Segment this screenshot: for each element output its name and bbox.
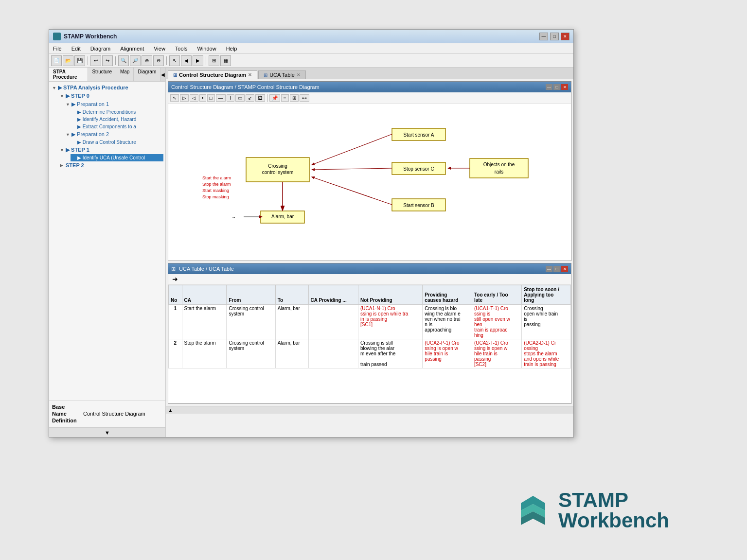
toolbar-save[interactable]: 💾 xyxy=(74,55,85,66)
diag-forward-btn[interactable]: ▷ xyxy=(180,94,189,102)
tab-uca-table[interactable]: ⊞ UCA Table ✕ xyxy=(258,70,306,79)
tree-node-root[interactable]: ▼ ▶ STPA Analysis Procedure xyxy=(51,84,163,92)
close-button[interactable]: ✕ xyxy=(561,33,569,40)
diag-align-btn[interactable]: ≡ xyxy=(281,94,289,102)
menu-window[interactable]: Window xyxy=(196,45,218,52)
tree-node-step0[interactable]: ▼ ▶ STEP 0 xyxy=(59,92,163,100)
tree-node-extract-label: ▶ Extract Components to a xyxy=(77,124,136,129)
toolbar-back[interactable]: ◀ xyxy=(181,55,192,66)
tree-node-identify-accident[interactable]: ▶ Identify Accident, Hazard xyxy=(71,116,163,123)
scroll-bar-bottom[interactable]: ▲ xyxy=(166,406,573,414)
table-row-1: 1 Start the alarm Crossing controlsystem… xyxy=(169,305,571,339)
tree-node-prep2[interactable]: ▼ ▶ Preparation 2 xyxy=(65,130,163,139)
cs-close-btn[interactable]: ✕ xyxy=(561,84,568,90)
diag-shape-btn[interactable]: ▭ xyxy=(235,94,245,102)
diag-line-btn[interactable]: — xyxy=(216,94,226,102)
tree-node-uca-label: ▶ Identify UCA (Unsafe Control xyxy=(77,155,145,160)
logo-svg xyxy=(514,493,552,527)
toolbar-grid[interactable]: ▦ xyxy=(220,55,231,66)
toolbar-search1[interactable]: 🔍 xyxy=(118,55,129,66)
menu-view[interactable]: View xyxy=(152,45,167,52)
diag-back-btn[interactable]: ◁ xyxy=(190,94,198,102)
tab-uca-close[interactable]: ✕ xyxy=(297,72,301,77)
cs-minimize-btn[interactable]: — xyxy=(546,84,552,90)
toolbar-table[interactable]: ⊞ xyxy=(209,55,219,66)
tree-node-preconditions[interactable]: ▶ Determine Preconditions xyxy=(71,108,163,116)
tree-node-step1-label: ▶ STEP 1 xyxy=(66,147,89,153)
diag-rect-btn[interactable]: □ xyxy=(207,94,215,102)
row2-from: Crossing controlsystem xyxy=(227,339,275,368)
row1-ca: Start the alarm xyxy=(182,305,227,339)
th-from: From xyxy=(227,285,275,305)
control-structure-window: Control Structure Diagram / STAMP Contro… xyxy=(168,81,571,261)
minimize-button[interactable]: — xyxy=(539,33,548,40)
tree-node-step0-label: ▶ STEP 0 xyxy=(66,93,89,99)
th-providing-causes: Providingcauses hazard xyxy=(423,285,472,305)
menu-tools[interactable]: Tools xyxy=(173,45,190,52)
diagram-container: Control Structure Diagram / STAMP Contro… xyxy=(166,79,573,437)
toolbar-undo[interactable]: ↩ xyxy=(90,55,101,66)
diag-snap-btn[interactable]: ⊷ xyxy=(300,94,309,102)
crossing-label1: Crossing xyxy=(268,163,287,169)
tree-node-prep1[interactable]: ▼ ▶ Preparation 1 xyxy=(65,100,163,108)
diag-grid-btn[interactable]: ⊞ xyxy=(290,94,299,102)
toolbar-open[interactable]: 📂 xyxy=(63,55,73,66)
uca-toolbar: ➜ xyxy=(168,274,571,285)
toolbar-new[interactable]: 📄 xyxy=(51,55,62,66)
uca-minimize-btn[interactable]: — xyxy=(546,266,552,272)
tab-cs-close[interactable]: ✕ xyxy=(248,72,252,77)
menu-alignment[interactable]: Alignment xyxy=(118,45,146,52)
tree-node-identify-uca[interactable]: ▶ Identify UCA (Unsafe Control xyxy=(71,154,163,161)
diag-sep xyxy=(267,94,267,102)
tree-node-step2[interactable]: ▶ STEP 2 xyxy=(59,161,163,169)
tab-control-structure[interactable]: ⊞ Control Structure Diagram ✕ xyxy=(168,70,257,79)
objects-label2: rails xyxy=(495,169,503,175)
toolbar-fwd[interactable]: ▶ xyxy=(193,55,203,66)
uca-maximize-btn[interactable]: □ xyxy=(553,266,560,272)
collapse-panel-button[interactable]: ◀ xyxy=(160,68,165,81)
panel-expand-button[interactable]: ▼ xyxy=(49,427,165,437)
toolbar-pointer[interactable]: ↖ xyxy=(169,55,180,66)
diag-image-btn[interactable]: 🖼 xyxy=(255,94,265,102)
row1-ca-providing xyxy=(308,305,358,339)
th-stop-too-soon: Stop too soon /Applying toolong xyxy=(522,285,571,305)
toolbar-zoom-out[interactable]: ⊖ xyxy=(153,55,164,66)
tree-node-step1[interactable]: ▼ ▶ STEP 1 xyxy=(59,146,163,154)
crossing-label2: control system xyxy=(262,170,293,175)
row1-providing-causes: Crossing is blowing the alarm even when … xyxy=(423,305,472,339)
toolbar-sep2 xyxy=(115,56,116,65)
tree-node-draw-control[interactable]: ▶ Draw a Control Structure xyxy=(71,139,163,146)
objects-box xyxy=(470,158,528,178)
objects-label1: Objects on the xyxy=(483,162,515,167)
row2-to: Alarm, bar xyxy=(275,339,308,368)
tab-structure[interactable]: Structure xyxy=(88,68,116,81)
sensorB-arrow xyxy=(312,177,392,205)
menu-file[interactable]: File xyxy=(51,45,64,52)
tree-node-step2-label: STEP 2 xyxy=(66,162,84,168)
main-tab-bar: ⊞ Control Structure Diagram ✕ ⊞ UCA Tabl… xyxy=(166,68,573,79)
toolbar-zoom-in[interactable]: ⊕ xyxy=(142,55,152,66)
cs-maximize-btn[interactable]: □ xyxy=(553,84,560,90)
cmd-arrow-label: → xyxy=(231,215,236,220)
diag-dot-btn[interactable]: • xyxy=(199,94,206,102)
menu-diagram[interactable]: Diagram xyxy=(89,45,113,52)
diag-select-btn[interactable]: ↖ xyxy=(170,94,179,102)
cmd-stop-masking: Stop masking xyxy=(202,194,229,199)
diagram-area: Crossing control system Alarm, bar Start… xyxy=(168,104,571,261)
toolbar-redo[interactable]: ↪ xyxy=(102,55,113,66)
menu-edit[interactable]: Edit xyxy=(70,45,83,52)
maximize-button[interactable]: □ xyxy=(550,33,559,40)
menu-help[interactable]: Help xyxy=(224,45,239,52)
tab-stpa-procedure[interactable]: STPA Procedure xyxy=(49,68,88,81)
diag-text-btn[interactable]: T xyxy=(227,94,234,102)
tab-map[interactable]: Map xyxy=(116,68,134,81)
tab-diagram[interactable]: Diagram xyxy=(134,68,160,81)
uca-title-text: ⊞ UCA Table / UCA Table xyxy=(171,266,234,272)
uca-arrow-right[interactable]: ➜ xyxy=(169,275,181,283)
diag-pin-btn[interactable]: 📌 xyxy=(269,94,280,102)
tree-node-extract[interactable]: ▶ Extract Components to a xyxy=(71,123,163,130)
toolbar-search2[interactable]: 🔎 xyxy=(130,55,141,66)
uca-close-btn[interactable]: ✕ xyxy=(561,266,568,272)
diag-curve-btn[interactable]: ↙ xyxy=(246,94,254,102)
sensorC-arrow xyxy=(312,168,392,170)
